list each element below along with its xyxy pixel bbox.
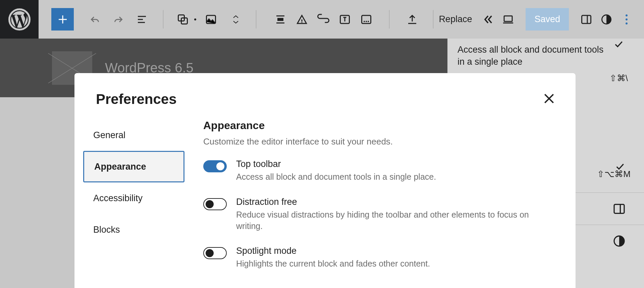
upload-icon <box>406 13 418 25</box>
add-block-button[interactable] <box>51 8 74 31</box>
kebab-dot <box>626 14 628 16</box>
redo-button[interactable] <box>107 13 130 25</box>
preferences-modal: Preferences General Appearance Accessibi… <box>74 73 576 288</box>
option-spotlight: Spotlight mode Highlights the current bl… <box>203 246 553 270</box>
toolbar-divider <box>163 10 163 28</box>
toolbar-divider <box>256 10 256 28</box>
option-title: Spotlight mode <box>236 246 430 256</box>
check-icon <box>613 39 624 49</box>
svg-point-5 <box>302 21 303 22</box>
editor-toolbar: Replace Saved <box>0 0 644 39</box>
caption-button[interactable] <box>291 13 313 25</box>
link-button[interactable] <box>313 13 334 25</box>
keyboard-shortcut: ⇧⌥⌘M <box>597 169 631 179</box>
list-view-button[interactable] <box>130 13 154 25</box>
svg-rect-11 <box>504 16 512 21</box>
list-view-icon <box>136 13 148 25</box>
wp-logo-button[interactable] <box>0 0 39 39</box>
sidebar-toggle-button[interactable] <box>576 13 596 25</box>
option-desc: Highlights the current block and fades o… <box>236 258 430 270</box>
svg-rect-12 <box>582 15 591 23</box>
text-overlay-icon <box>339 13 351 25</box>
link-icon <box>317 13 329 25</box>
option-desc: Reduce visual distractions by hiding the… <box>236 209 538 232</box>
chevron-down-icon <box>232 20 240 24</box>
option-top-toolbar: Top toolbar Access all block and documen… <box>203 159 553 183</box>
chevron-up-icon <box>232 15 240 19</box>
laptop-icon <box>502 13 514 25</box>
upload-button[interactable] <box>401 13 423 25</box>
svg-rect-4 <box>277 18 283 21</box>
close-icon <box>543 92 555 105</box>
undo-icon <box>89 13 101 25</box>
collapse-button[interactable] <box>478 13 498 25</box>
kebab-dot <box>626 22 628 24</box>
keyboard-shortcut: ⇧⌘\ <box>609 73 628 83</box>
toggle-top-toolbar[interactable] <box>203 160 227 172</box>
tab-accessibility[interactable]: Accessibility <box>83 182 184 214</box>
modal-title: Preferences <box>96 91 177 107</box>
svg-rect-7 <box>362 15 371 23</box>
preferences-tabs: General Appearance Accessibility Blocks <box>74 117 193 288</box>
tab-appearance[interactable]: Appearance <box>83 151 184 182</box>
align-icon <box>274 13 286 25</box>
svg-point-10 <box>368 20 369 22</box>
panel-icon <box>580 13 592 25</box>
contrast-icon <box>612 234 626 248</box>
plus-icon <box>57 13 69 25</box>
option-title: Top toolbar <box>236 159 436 169</box>
tab-blocks[interactable]: Blocks <box>83 214 184 245</box>
undo-button[interactable] <box>83 13 107 25</box>
group-icon <box>177 13 189 25</box>
more-button[interactable] <box>356 13 377 25</box>
kebab-dot <box>626 18 628 20</box>
options-menu-button[interactable] <box>616 14 637 24</box>
svg-rect-14 <box>614 204 624 213</box>
option-desc: Access all block and document tools in a… <box>236 171 436 183</box>
group-button[interactable] <box>173 13 192 25</box>
dot-separator <box>194 18 196 20</box>
toolbar-divider <box>389 10 389 28</box>
contrast-button[interactable] <box>596 13 616 25</box>
contrast-icon <box>600 13 612 25</box>
caption-icon <box>296 13 308 25</box>
preferences-panel: Appearance Customize the editor interfac… <box>193 117 576 288</box>
panel-subheading: Customize the editor interface to suit y… <box>203 136 553 147</box>
chevrons-left-icon <box>482 13 494 25</box>
menu-item-desc: Access all block and document tools in a… <box>458 44 605 68</box>
toolbar-divider <box>433 10 433 28</box>
saved-button[interactable]: Saved <box>526 8 569 31</box>
panel-heading: Appearance <box>203 119 553 132</box>
svg-point-8 <box>364 20 365 22</box>
panel-icon <box>612 202 626 216</box>
option-distraction-free: Distraction free Reduce visual distracti… <box>203 197 553 232</box>
text-overlay-button[interactable] <box>334 13 356 25</box>
toggle-distraction-free[interactable] <box>203 198 227 210</box>
redo-icon <box>112 13 124 25</box>
image-button[interactable] <box>202 13 220 25</box>
move-up-down[interactable] <box>229 15 243 24</box>
ellipsis-rect-icon <box>360 13 372 25</box>
svg-point-9 <box>366 20 367 22</box>
device-button[interactable] <box>498 13 518 25</box>
toggle-spotlight[interactable] <box>203 247 227 259</box>
replace-button[interactable]: Replace <box>439 14 472 24</box>
image-icon <box>205 13 217 25</box>
option-title: Distraction free <box>236 197 538 207</box>
tab-general[interactable]: General <box>83 119 184 151</box>
wordpress-icon <box>8 8 31 31</box>
align-button[interactable] <box>270 13 291 25</box>
close-button[interactable] <box>543 92 555 106</box>
